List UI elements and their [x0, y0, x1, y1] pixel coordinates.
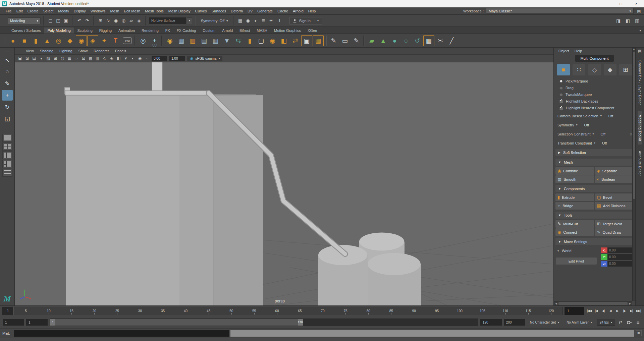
menu-item[interactable]: Cache: [275, 9, 290, 13]
lasso-select-tool[interactable]: ◌: [2, 66, 13, 77]
face-mode-button[interactable]: ◆: [604, 64, 616, 75]
multi-cut-shelf[interactable]: ✎: [328, 35, 339, 46]
add-divisions-button[interactable]: ▦Add Divisions: [595, 202, 634, 210]
script-editor-icon[interactable]: ≣: [636, 330, 642, 336]
checkbox-icon[interactable]: [559, 100, 563, 103]
vertex-mode-button[interactable]: ∷: [573, 64, 585, 75]
poly-platonic[interactable]: ◈: [87, 35, 98, 46]
poly-plane[interactable]: ◆: [64, 35, 75, 46]
lock-camera-icon[interactable]: ⊠: [24, 55, 31, 62]
poly-torus[interactable]: ◎: [53, 35, 64, 46]
time-tick[interactable]: 60: [266, 307, 288, 315]
step-forward-frame-button[interactable]: ▶|: [628, 307, 635, 315]
quad-draw-shelf[interactable]: ▰: [366, 35, 377, 46]
target-weld-button[interactable]: ⊞Target Weld: [595, 220, 634, 228]
menu-item[interactable]: Mesh Display: [166, 9, 193, 13]
rotate-tool[interactable]: ↻: [2, 102, 13, 112]
viewport-menu-item[interactable]: Panels: [112, 49, 129, 53]
toolkit-horizontal-scrollbar[interactable]: ◀ ▶: [554, 301, 632, 305]
time-tick[interactable]: 30: [128, 307, 151, 315]
radio-icon[interactable]: [559, 79, 563, 83]
sidebar-tab[interactable]: Attribute Editor: [638, 148, 642, 179]
snap-to-curve-icon[interactable]: ∿: [105, 17, 112, 24]
range-slider[interactable]: 1 120: [50, 319, 478, 326]
save-scene-icon[interactable]: ▣: [62, 17, 69, 24]
shelf-grip[interactable]: [3, 28, 5, 33]
soft-selection-header[interactable]: ▶ Soft Selection: [555, 149, 634, 156]
object-mode-button[interactable]: ■: [557, 64, 570, 75]
go-to-end-button[interactable]: ▶▶|: [635, 307, 642, 315]
menu-item[interactable]: Surfaces: [209, 9, 228, 13]
menu-item[interactable]: Create: [25, 9, 41, 13]
bevel-shelf[interactable]: ▢: [256, 35, 267, 46]
toolbox-grip[interactable]: [4, 50, 10, 52]
shelf-item[interactable]: [363, 36, 365, 46]
lighting-icon[interactable]: ☀: [122, 55, 129, 62]
toolkit-menu-item[interactable]: Help: [572, 49, 585, 53]
isolate-select-icon[interactable]: ◧: [115, 55, 122, 62]
render-settings-icon[interactable]: ≣: [260, 17, 267, 24]
scrollbar-thumb[interactable]: [558, 302, 628, 305]
open-scene-icon[interactable]: ◰: [55, 17, 62, 24]
time-tick[interactable]: 45: [197, 307, 220, 315]
combine-button[interactable]: ◉Combine: [555, 167, 594, 175]
camera-attributes-icon[interactable]: ▤: [31, 55, 38, 62]
building-box[interactable]: [66, 95, 263, 305]
gamma-field[interactable]: 1.00: [169, 56, 185, 61]
separate-mesh[interactable]: ▥: [187, 35, 198, 46]
status-separator[interactable]: [43, 16, 44, 25]
scene-canvas[interactable]: persp: [15, 62, 553, 305]
reduce-mesh[interactable]: ▼: [221, 35, 232, 46]
shelf-grip[interactable]: [4, 37, 6, 45]
current-frame-marker[interactable]: 1: [2, 307, 14, 315]
menu-item[interactable]: Curves: [193, 9, 209, 13]
resolution-gate-icon[interactable]: ⊡: [80, 55, 87, 62]
redo-icon[interactable]: ↷: [84, 17, 91, 24]
time-tick[interactable]: 70: [311, 307, 334, 315]
menu-item[interactable]: Display: [71, 9, 88, 13]
poly-cylinder[interactable]: ▮: [30, 35, 41, 46]
field-chart-icon[interactable]: ▥: [94, 55, 101, 62]
chevron-down-icon[interactable]: ▾: [576, 123, 578, 126]
slide-edge[interactable]: ╱: [446, 35, 457, 46]
anim-layer-dropdown[interactable]: No Anim Layer ▾: [564, 319, 595, 326]
time-tick[interactable]: 25: [106, 307, 128, 315]
time-tick[interactable]: 40: [174, 307, 197, 315]
viewport-menu-item[interactable]: Show: [75, 49, 91, 53]
shelf-tab[interactable]: Custom: [199, 27, 219, 34]
quad-draw-button[interactable]: ✎Quad Draw: [595, 228, 634, 236]
chevron-down-icon[interactable]: ▾: [315, 19, 319, 22]
smooth-button[interactable]: ▦Smooth: [555, 175, 594, 183]
workspace-dropdown[interactable]: Maya Classic* ▾: [486, 8, 634, 14]
sidebar-panel-icon[interactable]: ▤: [638, 49, 642, 54]
toolkit-dropdown-row[interactable]: Selection Constraint ▾ Off 0: [554, 129, 635, 138]
type-tool[interactable]: T: [110, 35, 121, 46]
select-tool[interactable]: ↖: [2, 55, 13, 65]
mesh-section-header[interactable]: ▼ Mesh: [555, 159, 634, 166]
status-separator[interactable]: [72, 16, 73, 25]
layout-persp-outliner[interactable]: [2, 151, 12, 159]
combine-mesh[interactable]: ▦: [176, 35, 187, 46]
radio-row[interactable]: Tweak/Marquee: [554, 91, 635, 98]
minimize-button[interactable]: –: [598, 0, 613, 7]
playback-start-field[interactable]: 1: [26, 319, 48, 326]
bookmark-icon[interactable]: ▾: [38, 55, 45, 62]
insert-edge-loop[interactable]: ▭: [339, 35, 351, 46]
auto-keyframe-icon[interactable]: [626, 319, 633, 326]
svg-tool[interactable]: svg: [123, 37, 132, 44]
quad-draw-live[interactable]: ▦: [423, 35, 434, 46]
checkbox-icon[interactable]: [559, 106, 563, 110]
uv-mode-button[interactable]: ⊞: [619, 64, 632, 75]
snap-to-grid-icon[interactable]: ⊞: [97, 17, 104, 24]
menu-item[interactable]: Modify: [56, 9, 71, 13]
shelf-tab[interactable]: Arnold: [219, 27, 236, 34]
two-d-pan-zoom-icon[interactable]: ⊞: [52, 55, 59, 62]
safe-title-icon[interactable]: ◈: [108, 55, 115, 62]
multi-component-button[interactable]: Multi-Component: [575, 55, 614, 62]
menu-item[interactable]: Help: [306, 9, 318, 13]
time-tick[interactable]: 5: [14, 307, 37, 315]
move-tool[interactable]: +: [2, 90, 13, 101]
flip-shelf[interactable]: ◧: [278, 35, 289, 46]
radio-row[interactable]: Drag: [554, 84, 635, 91]
offset-edge-loop[interactable]: ✎: [351, 35, 362, 46]
